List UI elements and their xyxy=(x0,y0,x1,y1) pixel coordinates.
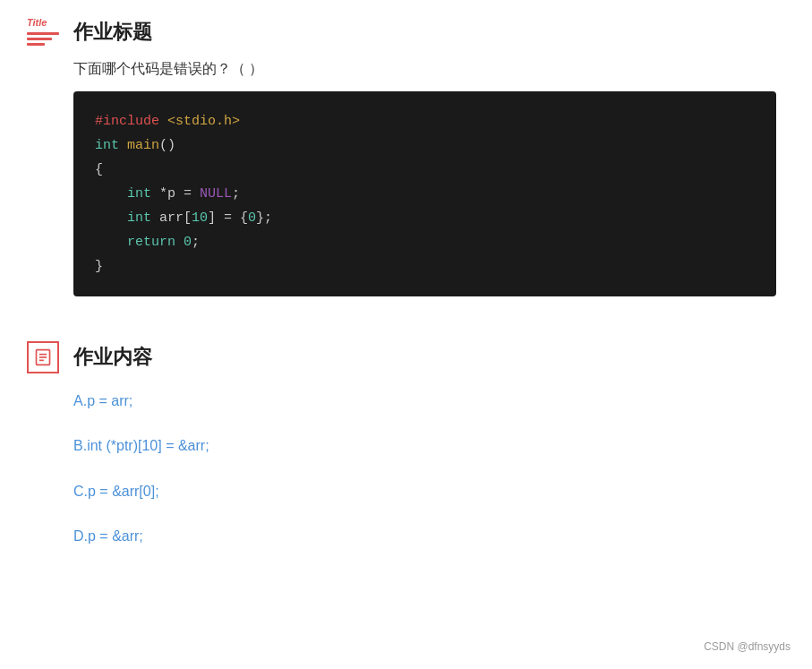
option-d-text: p = &arr; xyxy=(88,528,143,544)
document-icon xyxy=(34,348,52,366)
option-c: C.p = &arr[0]; xyxy=(73,482,785,502)
options-container: A.p = arr; B.int (*ptr)[10] = &arr; C.p … xyxy=(73,391,785,547)
section2-heading: 作业内容 xyxy=(73,344,152,371)
section-content-block: 作业内容 xyxy=(27,341,785,373)
option-b: B.int (*ptr)[10] = &arr; xyxy=(73,436,785,456)
option-d: D.p = &arr; xyxy=(73,527,785,546)
section-title-block: Title 作业标题 xyxy=(27,18,785,46)
title-icon: Title xyxy=(27,18,59,46)
title-line-3 xyxy=(27,43,45,46)
option-c-label: C. xyxy=(73,484,88,499)
code-line-2: int main() xyxy=(95,133,755,158)
option-b-text: int (*ptr)[10] = &arr; xyxy=(87,438,209,453)
title-line-1 xyxy=(27,32,59,35)
option-a: A.p = arr; xyxy=(73,391,785,411)
watermark: CSDN @dfnsyyds xyxy=(704,640,791,653)
option-b-label: B. xyxy=(73,438,87,453)
code-line-5: int arr[10] = {0}; xyxy=(95,206,755,230)
code-line-4: int *p = NULL; xyxy=(95,182,755,206)
title-icon-label: Title xyxy=(27,18,59,28)
code-line-1: #include <stdio.h> xyxy=(95,109,755,133)
title-line-2 xyxy=(27,38,52,40)
option-a-label: A. xyxy=(73,393,87,408)
title-icon-lines xyxy=(27,32,59,46)
code-line-6: return 0; xyxy=(95,230,755,254)
code-line-3: { xyxy=(95,158,755,182)
page-container: Title 作业标题 下面哪个代码是错误的？（ ） #include <stdi… xyxy=(0,0,812,590)
section1-heading: 作业标题 xyxy=(73,19,152,46)
code-block: #include <stdio.h> int main() { int *p =… xyxy=(73,91,776,296)
option-d-label: D. xyxy=(73,528,88,544)
option-a-text: p = arr; xyxy=(87,393,132,408)
code-line-7: } xyxy=(95,254,755,279)
question-text: 下面哪个代码是错误的？（ ） xyxy=(73,60,785,79)
content-icon xyxy=(27,341,59,373)
option-c-text: p = &arr[0]; xyxy=(88,484,159,499)
